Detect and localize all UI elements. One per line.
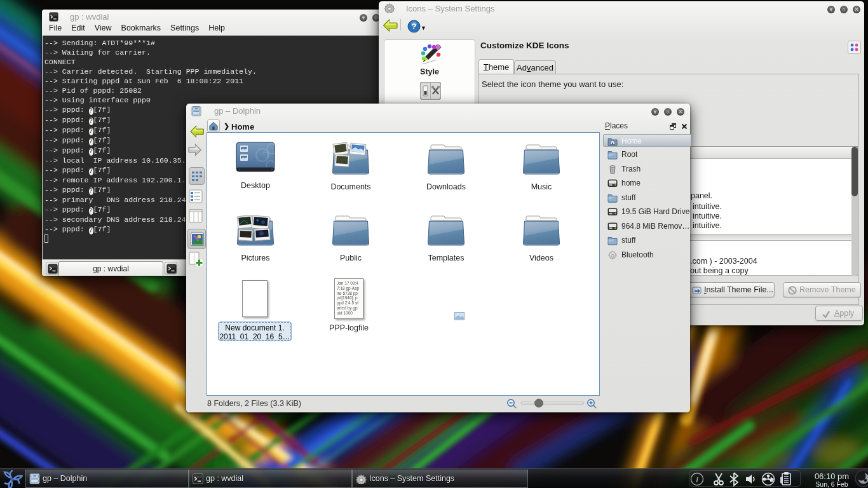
svg-text:?: ? bbox=[412, 22, 417, 31]
svg-text:i: i bbox=[696, 475, 698, 484]
